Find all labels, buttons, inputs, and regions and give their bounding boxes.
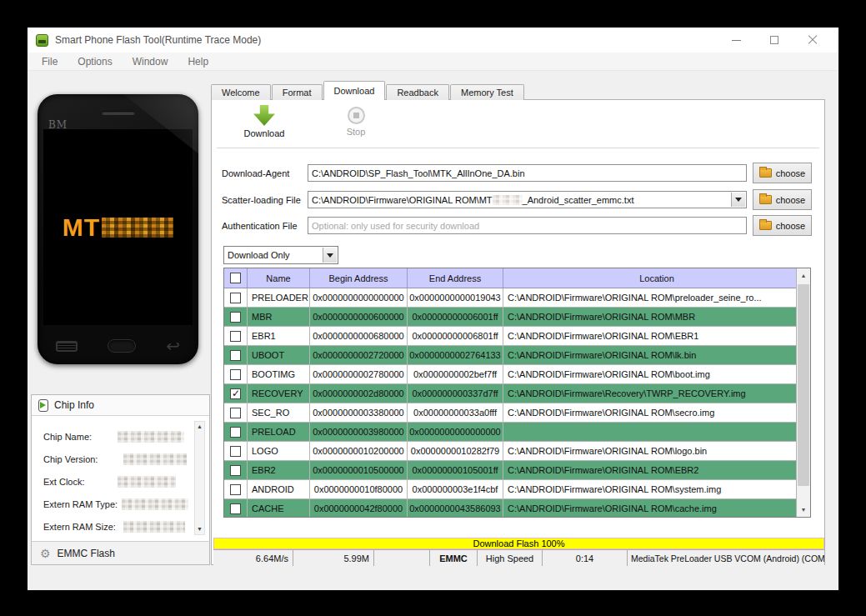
row-checkbox[interactable]	[230, 408, 241, 418]
cell-name: EBR1	[248, 327, 310, 345]
maximize-icon	[770, 36, 778, 44]
stop-button[interactable]: Stop	[327, 105, 385, 137]
auth-file-input[interactable]	[308, 217, 747, 234]
table-row[interactable]: CACHE 0x0000000042f80000 0x0000000043586…	[224, 499, 810, 518]
row-checkbox[interactable]	[230, 503, 241, 514]
emmc-flash-label: EMMC Flash	[58, 548, 115, 559]
app-icon	[36, 34, 48, 47]
cell-location: C:\ANDROID\Firmware\ORIGINAL ROM\system.…	[503, 480, 810, 498]
table-row[interactable]: LOGO 0x0000000010200000 0x0000000010282f…	[224, 442, 810, 461]
row-checkbox[interactable]	[230, 293, 241, 303]
gear-icon: ⚙	[40, 548, 51, 559]
download-tab-page: Download Stop Download-Agent choose Scat…	[211, 99, 825, 565]
mode-select[interactable]: Download Only	[223, 246, 338, 264]
row-checkbox[interactable]	[230, 388, 241, 399]
auth-file-label: Authentication File	[222, 221, 298, 231]
choose-button-agent[interactable]: choose	[753, 163, 812, 183]
choose-button-auth[interactable]: choose	[753, 215, 812, 236]
minimize-icon	[732, 40, 741, 41]
table-row[interactable]: ANDROID 0x0000000010f80000 0x000000003e1…	[224, 480, 810, 499]
table-row[interactable]: UBOOT 0x0000000002720000 0x0000000002764…	[224, 346, 810, 365]
row-checkbox[interactable]	[230, 465, 241, 476]
scroll-up-icon[interactable]: ▲	[797, 268, 810, 283]
tab-memory-test[interactable]: Memory Test	[450, 84, 524, 100]
chip-field-value-redacted	[118, 476, 176, 488]
table-row[interactable]: EBR2 0x0000000010500000 0x00000000105001…	[224, 461, 810, 480]
cell-location: C:\ANDROID\Firmware\ORIGINAL ROM\lk.bin	[503, 346, 810, 364]
column-header-end[interactable]: End Address	[408, 268, 503, 288]
download-agent-input[interactable]	[308, 164, 747, 182]
table-row[interactable]: MBR 0x0000000000600000 0x00000000006001f…	[224, 308, 810, 327]
chip-field-label: Extern RAM Type:	[43, 499, 118, 513]
close-button[interactable]	[793, 28, 832, 53]
menu-bar: File Options Window Help	[28, 53, 838, 71]
cell-begin-address: 0x0000000010f80000	[310, 480, 408, 498]
tab-welcome[interactable]: Welcome	[211, 84, 271, 100]
cell-begin-address: 0x0000000002720000	[310, 346, 408, 364]
redacted-pixels	[493, 195, 523, 205]
cell-end-address: 0x0000000000000000	[408, 423, 503, 441]
cell-name: ANDROID	[248, 480, 310, 498]
cell-begin-address: 0x0000000000680000	[310, 327, 408, 345]
cell-name: CACHE	[248, 499, 310, 518]
menu-item-help[interactable]: Help	[178, 56, 218, 68]
cell-location: C:\ANDROID\Firmware\ORIGINAL ROM\EBR1	[503, 327, 810, 345]
cell-name: RECOVERY	[248, 384, 310, 403]
download-button[interactable]: Download	[235, 105, 293, 138]
status-empty-segment	[374, 550, 430, 566]
cell-location: C:\ANDROID\Firmware\ORIGINAL ROM\preload…	[503, 288, 810, 307]
status-bar: 6.64M/s 5.99M EMMC High Speed 0:14 Media…	[213, 549, 824, 566]
column-header-begin[interactable]: Begin Address	[310, 268, 408, 288]
combobox-arrow-icon[interactable]	[323, 248, 337, 263]
select-all-checkbox[interactable]	[230, 273, 241, 283]
tab-format[interactable]: Format	[272, 84, 323, 100]
cell-name: BOOTIMG	[248, 365, 310, 383]
scrollbar-thumb[interactable]	[798, 284, 809, 486]
table-scrollbar[interactable]: ▲ ▼	[796, 268, 810, 517]
row-checkbox[interactable]	[230, 484, 241, 495]
choose-button-scatter[interactable]: choose	[753, 189, 812, 210]
scatter-file-combobox[interactable]: C:\ANDROID\Firmware\ORIGINAL ROM\MT_Andr…	[308, 191, 747, 208]
redacted-pixels	[102, 218, 173, 238]
cell-location	[503, 423, 810, 441]
table-row[interactable]: BOOTIMG 0x0000000002780000 0x0000000002b…	[224, 365, 810, 384]
status-mode: High Speed	[478, 550, 543, 566]
scroll-down-icon[interactable]: ▼	[195, 524, 204, 534]
row-checkbox[interactable]	[230, 312, 241, 323]
cell-name: PRELOADER	[248, 288, 310, 307]
table-row[interactable]: RECOVERY 0x0000000002d80000 0x0000000003…	[224, 384, 810, 403]
scroll-down-icon[interactable]: ▼	[797, 503, 810, 517]
tab-readback[interactable]: Readback	[386, 84, 449, 100]
cell-location: C:\ANDROID\Firmware\ORIGINAL ROM\secro.i…	[503, 403, 810, 422]
table-row[interactable]: SEC_RO 0x0000000003380000 0x00000000033a…	[224, 403, 810, 423]
menu-item-file[interactable]: File	[32, 56, 68, 68]
combobox-arrow-icon[interactable]	[731, 193, 745, 207]
cell-end-address: 0x00000000006001ff	[408, 308, 503, 326]
menu-item-options[interactable]: Options	[68, 56, 122, 68]
cell-name: SEC_RO	[248, 403, 310, 422]
table-row[interactable]: EBR1 0x0000000000680000 0x00000000006801…	[224, 327, 810, 346]
cell-begin-address: 0x0000000002780000	[310, 365, 408, 383]
maximize-button[interactable]	[755, 28, 793, 53]
cell-begin-address: 0x0000000000600000	[310, 308, 408, 326]
row-checkbox[interactable]	[230, 331, 241, 342]
minimize-button[interactable]	[717, 28, 755, 53]
chip-field-value-redacted	[123, 521, 185, 533]
row-checkbox[interactable]	[230, 427, 241, 438]
scroll-up-icon[interactable]: ▲	[195, 422, 204, 432]
status-port: MediaTek PreLoader USB VCOM (Android) (C…	[628, 550, 824, 566]
cell-begin-address: 0x0000000042f80000	[310, 499, 408, 518]
cell-end-address: 0x0000000043586093	[408, 499, 503, 518]
row-checkbox[interactable]	[230, 369, 241, 380]
table-row[interactable]: PRELOAD 0x0000000003980000 0x00000000000…	[224, 423, 810, 442]
menu-item-window[interactable]: Window	[123, 56, 178, 68]
row-checkbox[interactable]	[230, 446, 241, 457]
chip-info-scrollbar[interactable]: ▲ ▼	[194, 421, 205, 535]
chip-field-label: Chip Version:	[43, 454, 98, 468]
table-row[interactable]: PRELOADER 0x0000000000000000 0x000000000…	[224, 288, 810, 308]
table-header: Name Begin Address End Address Location	[224, 268, 810, 288]
row-checkbox[interactable]	[230, 350, 241, 361]
column-header-name[interactable]: Name	[248, 268, 310, 288]
tab-download[interactable]: Download	[323, 81, 386, 100]
column-header-location[interactable]: Location	[503, 268, 810, 288]
